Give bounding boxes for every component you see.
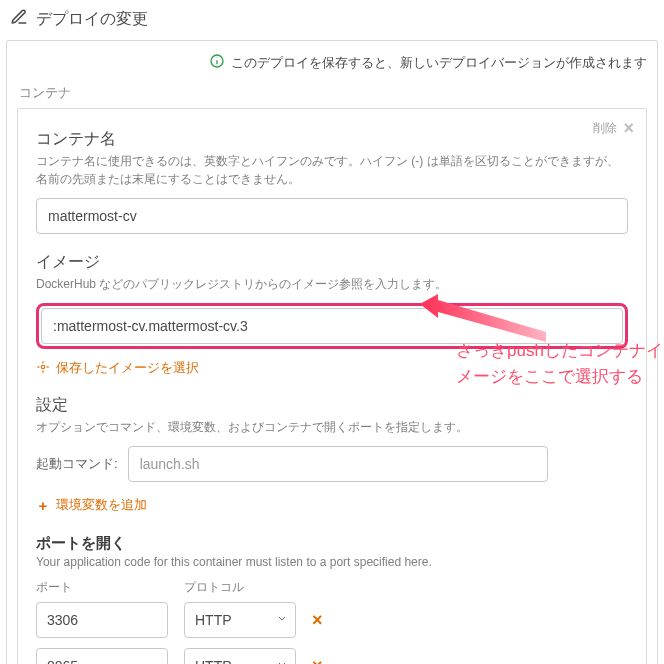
delete-label: 削除: [593, 120, 617, 137]
info-icon: [209, 53, 225, 72]
image-label: イメージ: [36, 252, 628, 273]
port-row: HTTP ×: [36, 602, 628, 638]
ports-heading: ポートを開く: [36, 534, 628, 553]
image-input[interactable]: [41, 308, 623, 344]
container-name-block: コンテナ名 コンテナ名に使用できるのは、英数字とハイフンのみです。ハイフン (-…: [36, 129, 628, 234]
add-env-var-label: 環境変数を追加: [56, 496, 147, 514]
settings-label: 設定: [36, 395, 628, 416]
page-title-text: デプロイの変更: [36, 9, 148, 30]
select-saved-image-label: 保存したイメージを選択: [56, 359, 199, 377]
settings-help: オプションでコマンド、環境変数、およびコンテナで開くポートを指定します。: [36, 418, 628, 436]
close-icon[interactable]: ×: [623, 119, 634, 137]
image-input-highlight: [36, 303, 628, 349]
ports-help: Your application code for this container…: [36, 555, 628, 569]
col-protocol-label: プロトコル: [184, 579, 296, 596]
container-card: 削除 × コンテナ名 コンテナ名に使用できるのは、英数字とハイフンのみです。ハイ…: [17, 108, 647, 664]
page-title: デプロイの変更: [10, 8, 658, 30]
plus-icon: +: [36, 498, 50, 513]
settings-block: 設定 オプションでコマンド、環境変数、およびコンテナで開くポートを指定します。 …: [36, 395, 628, 514]
protocol-select[interactable]: HTTP: [184, 602, 296, 638]
protocol-select[interactable]: HTTP: [184, 648, 296, 664]
save-notice-text: このデプロイを保存すると、新しいデプロイバージョンが作成されます: [231, 54, 647, 72]
image-block: イメージ DockerHub などのパブリックレジストリからのイメージ参照を入力…: [36, 252, 628, 377]
container-name-help: コンテナ名に使用できるのは、英数字とハイフンのみです。ハイフン (-) は単語を…: [36, 152, 628, 188]
port-row: HTTP ×: [36, 648, 628, 664]
svg-point-3: [41, 365, 45, 369]
protocol-button[interactable]: HTTP: [184, 602, 296, 638]
launch-command-label: 起動コマンド:: [36, 455, 118, 473]
deploy-panel: このデプロイを保存すると、新しいデプロイバージョンが作成されます コンテナ 削除…: [6, 40, 658, 664]
image-help: DockerHub などのパブリックレジストリからのイメージ参照を入力します。: [36, 275, 628, 293]
port-input[interactable]: [36, 648, 168, 664]
container-name-label: コンテナ名: [36, 129, 628, 150]
remove-port-button[interactable]: ×: [312, 657, 323, 664]
col-port-label: ポート: [36, 579, 168, 596]
ports-columns: ポート プロトコル: [36, 579, 628, 596]
launch-command-row: 起動コマンド:: [36, 446, 628, 482]
delete-container[interactable]: 削除 ×: [593, 119, 634, 137]
save-notice: このデプロイを保存すると、新しいデプロイバージョンが作成されます: [17, 53, 647, 72]
select-saved-image-button[interactable]: 保存したイメージを選択: [36, 359, 199, 377]
edit-icon: [10, 8, 28, 30]
protocol-button[interactable]: HTTP: [184, 648, 296, 664]
target-icon: [36, 360, 50, 377]
container-name-input[interactable]: [36, 198, 628, 234]
add-env-var-button[interactable]: + 環境変数を追加: [36, 496, 147, 514]
port-input[interactable]: [36, 602, 168, 638]
container-section-label: コンテナ: [19, 84, 647, 102]
launch-command-input[interactable]: [128, 446, 548, 482]
remove-port-button[interactable]: ×: [312, 611, 323, 629]
